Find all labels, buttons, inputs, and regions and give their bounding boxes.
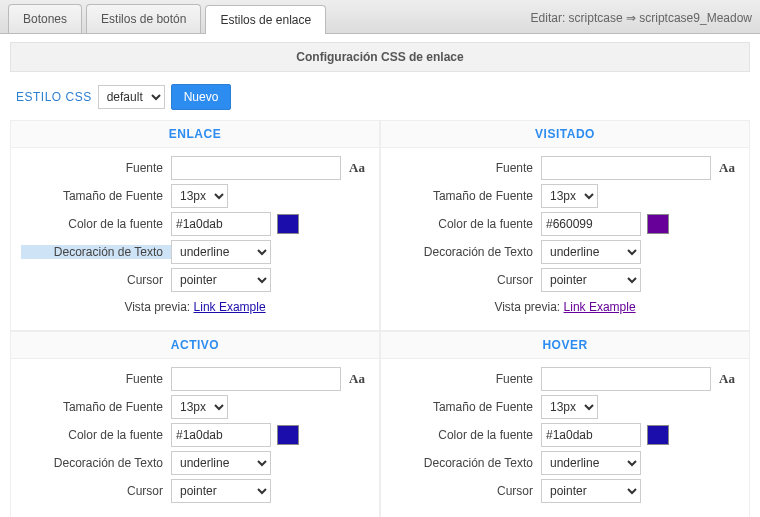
tab-botones[interactable]: Botones: [8, 4, 82, 33]
hover-color-input[interactable]: [541, 423, 641, 447]
label-tamano: Tamaño de Fuente: [21, 189, 171, 203]
activo-color-input[interactable]: [171, 423, 271, 447]
label-color: Color de la fuente: [21, 217, 171, 231]
visitado-cursor-select[interactable]: pointer: [541, 268, 641, 292]
font-picker-icon[interactable]: Aa: [349, 160, 365, 176]
estilo-css-label: ESTILO CSS: [16, 90, 92, 104]
label-cursor: Cursor: [21, 273, 171, 287]
enlace-color-swatch[interactable]: [277, 214, 299, 234]
visitado-color-input[interactable]: [541, 212, 641, 236]
enlace-cursor-select[interactable]: pointer: [171, 268, 271, 292]
label-cursor: Cursor: [391, 484, 541, 498]
label-cursor: Cursor: [391, 273, 541, 287]
hover-color-swatch[interactable]: [647, 425, 669, 445]
label-tamano: Tamaño de Fuente: [391, 400, 541, 414]
section-title-hover: HOVER: [381, 332, 749, 359]
activo-color-swatch[interactable]: [277, 425, 299, 445]
activo-decoracion-select[interactable]: underline: [171, 451, 271, 475]
section-activo: ACTIVO FuenteAa Tamaño de Fuente13px Col…: [10, 331, 380, 517]
label-color: Color de la fuente: [391, 428, 541, 442]
label-fuente: Fuente: [391, 372, 541, 386]
section-title-activo: ACTIVO: [11, 332, 379, 359]
label-cursor: Cursor: [21, 484, 171, 498]
estilo-css-select[interactable]: default: [98, 85, 165, 109]
hover-cursor-select[interactable]: pointer: [541, 479, 641, 503]
label-tamano: Tamaño de Fuente: [391, 189, 541, 203]
label-decoracion: Decoración de Texto: [21, 456, 171, 470]
label-decoracion: Decoración de Texto: [391, 456, 541, 470]
visitado-fuente-input[interactable]: [541, 156, 711, 180]
label-fuente: Fuente: [21, 372, 171, 386]
tab-estilos-boton[interactable]: Estilos de botón: [86, 4, 201, 33]
vista-previa-label: Vista previa:: [124, 300, 190, 314]
label-decoracion: Decoración de Texto: [391, 245, 541, 259]
label-tamano: Tamaño de Fuente: [21, 400, 171, 414]
hover-decoracion-select[interactable]: underline: [541, 451, 641, 475]
label-fuente: Fuente: [21, 161, 171, 175]
font-picker-icon[interactable]: Aa: [349, 371, 365, 387]
section-hover: HOVER FuenteAa Tamaño de Fuente13px Colo…: [380, 331, 750, 517]
label-color: Color de la fuente: [21, 428, 171, 442]
vista-previa-label: Vista previa:: [494, 300, 560, 314]
panel-title: Configuración CSS de enlace: [10, 42, 750, 72]
enlace-tamano-select[interactable]: 13px: [171, 184, 228, 208]
label-decoracion: Decoración de Texto: [21, 245, 171, 259]
font-picker-icon[interactable]: Aa: [719, 371, 735, 387]
section-visitado: VISITADO FuenteAa Tamaño de Fuente13px C…: [380, 120, 750, 331]
activo-fuente-input[interactable]: [171, 367, 341, 391]
enlace-fuente-input[interactable]: [171, 156, 341, 180]
hover-fuente-input[interactable]: [541, 367, 711, 391]
label-color: Color de la fuente: [391, 217, 541, 231]
enlace-preview-link[interactable]: Link Example: [194, 300, 266, 314]
visitado-color-swatch[interactable]: [647, 214, 669, 234]
visitado-tamano-select[interactable]: 13px: [541, 184, 598, 208]
nuevo-button[interactable]: Nuevo: [171, 84, 232, 110]
enlace-decoracion-select[interactable]: underline: [171, 240, 271, 264]
section-title-enlace: ENLACE: [11, 121, 379, 148]
label-fuente: Fuente: [391, 161, 541, 175]
section-title-visitado: VISITADO: [381, 121, 749, 148]
enlace-color-input[interactable]: [171, 212, 271, 236]
hover-tamano-select[interactable]: 13px: [541, 395, 598, 419]
visitado-decoracion-select[interactable]: underline: [541, 240, 641, 264]
font-picker-icon[interactable]: Aa: [719, 160, 735, 176]
visitado-preview-link[interactable]: Link Example: [564, 300, 636, 314]
activo-cursor-select[interactable]: pointer: [171, 479, 271, 503]
activo-tamano-select[interactable]: 13px: [171, 395, 228, 419]
breadcrumb: Editar: scriptcase ⇒ scriptcase9_Meadow: [531, 11, 752, 33]
section-enlace: ENLACE FuenteAa Tamaño de Fuente13px Col…: [10, 120, 380, 331]
tab-estilos-enlace[interactable]: Estilos de enlace: [205, 5, 326, 34]
